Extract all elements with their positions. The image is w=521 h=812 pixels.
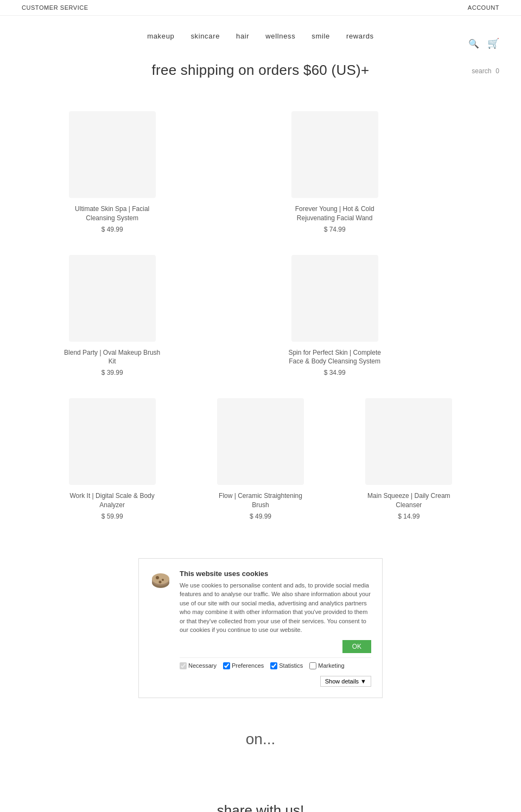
cookie-preferences-checkbox[interactable]: Preferences [223,662,264,669]
cookie-show-details-button[interactable]: Show details ▼ [320,676,371,687]
cookie-content: This website uses cookies We use cookies… [180,570,371,687]
nav-skincare[interactable]: skincare [190,32,220,40]
nav-smile[interactable]: smile [312,32,330,40]
product-price-4: $ 59.99 [101,513,123,520]
search-label[interactable]: search [472,67,491,75]
cookie-logo-icon [150,571,171,592]
product-name-0: Ultimate Skin Spa | Facial Cleansing Sys… [63,204,161,223]
product-name-3: Spin for Perfect Skin | Complete Face & … [286,348,384,367]
product-image-0 [69,111,156,198]
nav-makeup[interactable]: makeup [147,32,174,40]
product-name-5: Flow | Ceramic Straightening Brush [212,491,309,510]
share-headline: share with us! [11,802,510,812]
svg-point-4 [162,579,164,581]
search-cart-row: search 0 [472,67,499,75]
promo-banner: free shipping on orders $60 (US)+ [0,46,521,89]
cart-count: 0 [495,67,499,75]
product-price-5: $ 49.99 [250,513,271,520]
product-image-2 [69,255,156,342]
product-price-6: $ 14.99 [398,513,420,520]
cookie-statistics-checkbox[interactable]: Statistics [270,662,303,669]
product-card-5[interactable]: Flow | Ceramic Straightening Brush $ 49.… [186,387,334,531]
nav-links: makeup skincare hair wellness smile rewa… [147,27,374,46]
nav-wellness[interactable]: wellness [265,32,295,40]
cookie-ok-button[interactable]: OK [342,640,371,653]
main-nav: makeup skincare hair wellness smile rewa… [0,21,521,46]
header-icons: 🔍 🛒 [468,37,499,49]
cookie-banner: This website uses cookies We use cookies… [138,558,383,698]
cookie-checkboxes: Necessary Preferences Statistics Marketi… [180,657,371,687]
top-bar: CUSTOMER SERVICE ACCOUNT [0,0,521,16]
svg-point-5 [159,580,162,583]
product-price-0: $ 49.99 [101,226,123,233]
product-image-5 [217,398,304,485]
search-icon[interactable]: 🔍 [468,39,479,49]
product-card-2[interactable]: Blend Party | Oval Makeup Brush Kit $ 39… [38,244,186,388]
product-name-6: Main Squeeze | Daily Cream Cleanser [360,491,458,510]
product-image-1 [291,111,378,198]
product-name-2: Blend Party | Oval Makeup Brush Kit [63,348,161,367]
cookie-banner-wrapper: This website uses cookies We use cookies… [0,542,521,714]
product-image-3 [291,255,378,342]
product-card-1[interactable]: Forever Young | Hot & Cold Rejuvenating … [281,100,389,244]
product-name-4: Work It | Digital Scale & Body Analyzer [63,491,161,510]
product-card-6[interactable]: Main Squeeze | Daily Cream Cleanser $ 14… [335,387,483,531]
cookie-necessary-checkbox[interactable]: Necessary [180,662,217,669]
product-price-3: $ 34.99 [324,369,346,376]
page-header: makeup skincare hair wellness smile rewa… [0,16,521,46]
product-grid: Ultimate Skin Spa | Facial Cleansing Sys… [16,89,505,542]
product-name-1: Forever Young | Hot & Cold Rejuvenating … [286,204,384,223]
chevron-down-icon: ▼ [360,678,366,685]
cookie-text: We use cookies to personalise content an… [180,581,371,635]
cookie-title: This website uses cookies [180,570,371,578]
product-price-1: $ 74.99 [324,226,346,233]
nav-rewards[interactable]: rewards [346,32,374,40]
customer-service-link[interactable]: CUSTOMER SERVICE [22,4,88,11]
on-section: on... [0,714,521,781]
product-card-0[interactable]: Ultimate Skin Spa | Facial Cleansing Sys… [38,100,186,244]
product-card-4[interactable]: Work It | Digital Scale & Body Analyzer … [38,387,186,531]
account-link[interactable]: ACCOUNT [468,4,499,11]
share-section: share with us! #vpbeauty [0,781,521,812]
nav-hair[interactable]: hair [236,32,249,40]
product-price-2: $ 39.99 [101,369,123,376]
svg-point-3 [156,576,159,579]
product-image-6 [365,398,452,485]
cookie-marketing-checkbox[interactable]: Marketing [309,662,344,669]
product-card-3[interactable]: Spin for Perfect Skin | Complete Face & … [281,244,389,388]
product-image-4 [69,398,156,485]
cart-icon[interactable]: 🛒 [487,37,499,49]
